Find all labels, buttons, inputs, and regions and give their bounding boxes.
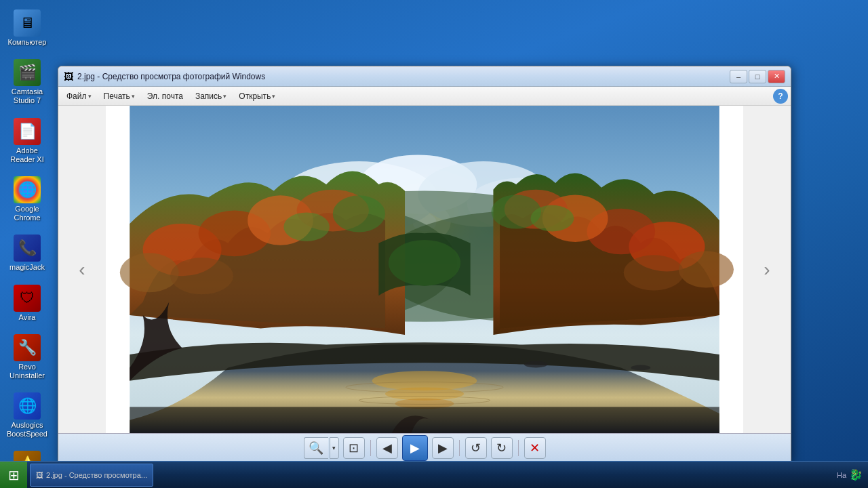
minimize-button[interactable]: –: [730, 70, 747, 83]
desktop-icons: 🖥 Компьютер 🎬 Camtasia Studio 7 📄 Adobe …: [3, 7, 51, 488]
svg-point-28: [389, 240, 460, 286]
photo-viewer-window: 🖼 2.jpg - Средство просмотра фотографий …: [58, 66, 791, 462]
help-button[interactable]: ?: [773, 89, 788, 104]
svg-point-17: [170, 258, 233, 294]
menu-record[interactable]: Запись ▾: [190, 89, 232, 103]
desktop-icon-avira[interactable]: 🛡 Avira: [3, 282, 51, 325]
desktop-icon-auslogics[interactable]: 🌐 Auslogics BoostSpeed: [3, 390, 51, 441]
svg-point-24: [679, 251, 734, 287]
nav-right-panel: ›: [743, 106, 791, 433]
desktop-icon-label-camtasia: Camtasia Studio 7: [6, 87, 48, 105]
menu-file[interactable]: Файл ▾: [61, 89, 97, 103]
photo-area: ‹: [58, 106, 791, 433]
svg-rect-36: [130, 407, 719, 433]
taskbar: ⊞ 🖼 2.jpg - Средство просмотра... На 🐉: [0, 461, 868, 488]
taskbar-app-icon: 🖼: [36, 471, 43, 479]
zoom-button-group: 🔍 ▾: [304, 437, 339, 459]
desktop-icon-chrome[interactable]: 🌐 Google Chrome: [3, 174, 51, 225]
close-button[interactable]: ✕: [768, 70, 785, 83]
desktop-icon-label-avira: Avira: [19, 313, 36, 322]
desktop-icon-label-magicjack: magicJack: [9, 263, 45, 272]
menu-open[interactable]: Открыть ▾: [233, 89, 281, 103]
svg-point-18: [333, 195, 385, 232]
taskbar-dragon-icon: 🐉: [849, 468, 863, 481]
desktop-icon-label-computer: Компьютер: [8, 38, 47, 47]
prev-photo-button[interactable]: ‹: [79, 259, 85, 281]
desktop-icon-revo[interactable]: 🔧 Revo Uninstaller: [3, 331, 51, 383]
desktop-icon-camtasia[interactable]: 🎬 Camtasia Studio 7: [3, 56, 51, 108]
fit-window-button[interactable]: ⊡: [343, 437, 365, 459]
window-title: 2.jpg - Средство просмотра фотографий Wi…: [77, 72, 726, 81]
toolbar-separator-1: [370, 440, 371, 456]
title-bar: 🖼 2.jpg - Средство просмотра фотографий …: [58, 66, 791, 87]
delete-button[interactable]: ✕: [524, 437, 546, 459]
menu-bar: Файл ▾ Печать ▾ Эл. почта Запись ▾ Откры…: [58, 87, 791, 106]
photo-container: [106, 106, 743, 433]
nav-left-panel: ‹: [58, 106, 106, 433]
taskbar-notification-text: На: [837, 471, 846, 479]
slideshow-button[interactable]: ▶: [402, 435, 428, 461]
desktop-icon-label-adobe: Adobe Reader XI: [6, 146, 48, 164]
svg-point-35: [631, 365, 650, 371]
zoom-dropdown-button[interactable]: ▾: [330, 437, 339, 459]
toolbar-separator-3: [518, 440, 519, 456]
svg-point-16: [120, 253, 179, 292]
window-icon: 🖼: [64, 71, 73, 82]
rotate-left-button[interactable]: ↺: [465, 437, 487, 459]
rotate-right-button[interactable]: ↻: [491, 437, 513, 459]
zoom-button[interactable]: 🔍: [304, 437, 328, 459]
start-button[interactable]: ⊞: [0, 462, 27, 489]
taskbar-photo-viewer[interactable]: 🖼 2.jpg - Средство просмотра...: [30, 464, 153, 487]
desktop-icon-label-auslogics: Auslogics BoostSpeed: [6, 421, 48, 439]
desktop-icon-label-chrome: Google Chrome: [6, 205, 48, 222]
svg-point-19: [283, 212, 330, 241]
taskbar-right: На 🐉: [831, 468, 868, 481]
svg-point-34: [524, 361, 548, 368]
desktop-icon-magicjack[interactable]: 📞 magicJack: [3, 232, 51, 274]
desktop-icon-computer[interactable]: 🖥 Компьютер: [3, 7, 51, 49]
next-image-button[interactable]: ▶: [432, 437, 454, 459]
desktop-icon-label-revo: Revo Uninstaller: [6, 363, 48, 380]
maximize-button[interactable]: □: [749, 70, 766, 83]
previous-image-button[interactable]: ◀: [376, 437, 398, 459]
start-icon: ⊞: [8, 467, 20, 483]
next-photo-button[interactable]: ›: [764, 259, 770, 281]
svg-point-25: [624, 255, 684, 290]
taskbar-apps: 🖼 2.jpg - Средство просмотра...: [27, 464, 156, 487]
bottom-toolbar: 🔍 ▾ ⊡ ◀ ▶ ▶ ↺ ↻ ✕: [58, 433, 791, 462]
svg-point-27: [530, 205, 574, 232]
menu-print[interactable]: Печать ▾: [98, 89, 140, 103]
photo-image: [106, 106, 743, 433]
taskbar-app-label: 2.jpg - Средство просмотра...: [46, 471, 147, 479]
desktop-icon-adobe[interactable]: 📄 Adobe Reader XI: [3, 115, 51, 167]
window-controls: – □ ✕: [730, 70, 785, 83]
toolbar-separator-2: [459, 440, 460, 456]
menu-email[interactable]: Эл. почта: [142, 89, 189, 103]
desktop: 🖥 Компьютер 🎬 Camtasia Studio 7 📄 Adobe …: [0, 0, 868, 488]
